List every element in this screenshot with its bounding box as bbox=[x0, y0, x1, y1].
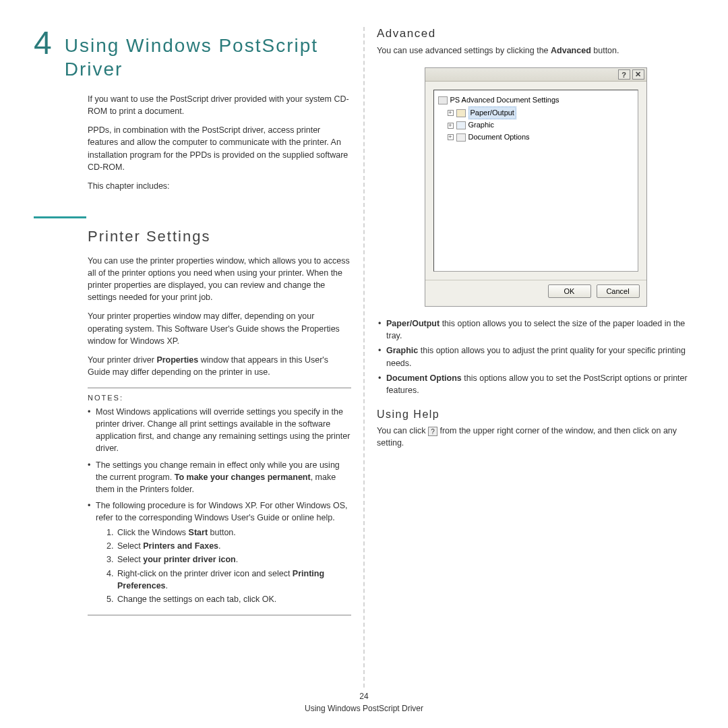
dialog-titlebar: ? ✕ bbox=[425, 68, 646, 82]
right-column: Advanced You can use advanced settings b… bbox=[365, 27, 694, 688]
left-column: 4 Using Windows PostScript Driver If you… bbox=[34, 27, 363, 688]
footer-title: Using Windows PostScript Driver bbox=[34, 702, 694, 715]
dialog-help-button[interactable]: ? bbox=[618, 69, 630, 80]
expand-icon[interactable]: + bbox=[448, 123, 454, 129]
tree-document-options[interactable]: + Document Options bbox=[438, 131, 634, 144]
advanced-bullets: Paper/Output this option allows you to s… bbox=[377, 317, 694, 396]
using-help-heading: Using Help bbox=[377, 408, 694, 421]
intro-paragraph-1: If you want to use the PostScript driver… bbox=[88, 93, 351, 117]
cancel-button[interactable]: Cancel bbox=[597, 284, 640, 298]
note-item-2: The settings you change remain in effect… bbox=[88, 459, 351, 495]
printer-settings-heading: Printer Settings bbox=[88, 228, 351, 245]
using-help-text: You can click ? from the upper right cor… bbox=[377, 425, 694, 449]
notes-label: NOTES: bbox=[88, 394, 351, 402]
tree-root[interactable]: PS Advanced Document Settings bbox=[438, 94, 634, 107]
printer-icon bbox=[438, 96, 448, 104]
bullet-document-options: Document Options this options allow you … bbox=[377, 372, 694, 396]
document-icon bbox=[456, 133, 466, 142]
help-icon: ? bbox=[428, 427, 437, 436]
ok-button[interactable]: OK bbox=[548, 284, 591, 298]
expand-icon[interactable]: + bbox=[448, 134, 454, 140]
step-3: Select your printer driver icon. bbox=[116, 553, 351, 566]
bullet-paper-output: Paper/Output this option allows you to s… bbox=[377, 317, 694, 342]
step-4: Right-click on the printer driver icon a… bbox=[116, 568, 351, 592]
expand-icon[interactable]: + bbox=[448, 110, 454, 116]
graphic-icon bbox=[456, 121, 466, 129]
intro-paragraph-2: PPDs, in combination with the PostScript… bbox=[88, 124, 351, 173]
tree-item-label: Graphic bbox=[468, 119, 495, 131]
intro-paragraph-3: This chapter includes: bbox=[88, 180, 351, 192]
advanced-intro: You can use advanced settings by clickin… bbox=[377, 44, 694, 57]
advanced-heading: Advanced bbox=[377, 27, 694, 40]
printer-settings-p2: Your printer properties window may diffe… bbox=[88, 310, 351, 346]
tree-graphic[interactable]: + Graphic bbox=[438, 119, 634, 131]
chapter-header: 4 Using Windows PostScript Driver bbox=[34, 27, 351, 81]
tree-root-label: PS Advanced Document Settings bbox=[450, 94, 559, 107]
page-footer: 24 Using Windows PostScript Driver bbox=[34, 690, 694, 715]
steps-list: Click the Windows Start button. Select P… bbox=[96, 526, 351, 605]
section-divider bbox=[34, 216, 86, 218]
tree-item-label: Paper/Output bbox=[468, 107, 516, 120]
step-2: Select Printers and Faxes. bbox=[116, 540, 351, 552]
notes-rule-top bbox=[88, 388, 351, 388]
tree-item-label: Document Options bbox=[468, 131, 530, 144]
note-item-3: The following procedure is for Windows X… bbox=[88, 499, 351, 605]
chapter-title: Using Windows PostScript Driver bbox=[65, 27, 351, 81]
page-number: 24 bbox=[34, 690, 694, 702]
notes-list: Most Windows applications will override … bbox=[88, 406, 351, 605]
tree-paper-output[interactable]: + Paper/Output bbox=[438, 107, 634, 120]
bullet-graphic: Graphic this option allows you to adjust… bbox=[377, 344, 694, 369]
printer-settings-p1: You can use the printer properties windo… bbox=[88, 255, 351, 304]
folder-icon bbox=[456, 109, 466, 117]
dialog-close-button[interactable]: ✕ bbox=[632, 69, 644, 80]
settings-tree[interactable]: PS Advanced Document Settings + Paper/Ou… bbox=[433, 90, 638, 272]
printer-settings-p3: Your printer driver Properties window th… bbox=[88, 354, 351, 378]
step-5: Change the settings on each tab, click O… bbox=[116, 593, 351, 605]
note-item-1: Most Windows applications will override … bbox=[88, 406, 351, 455]
chapter-number: 4 bbox=[34, 27, 53, 59]
step-1: Click the Windows Start button. bbox=[116, 526, 351, 539]
dialog-footer: OK Cancel bbox=[425, 280, 646, 306]
advanced-settings-dialog: ? ✕ PS Advanced Document Settings + Pape… bbox=[425, 67, 647, 307]
notes-rule-bottom bbox=[88, 615, 351, 615]
